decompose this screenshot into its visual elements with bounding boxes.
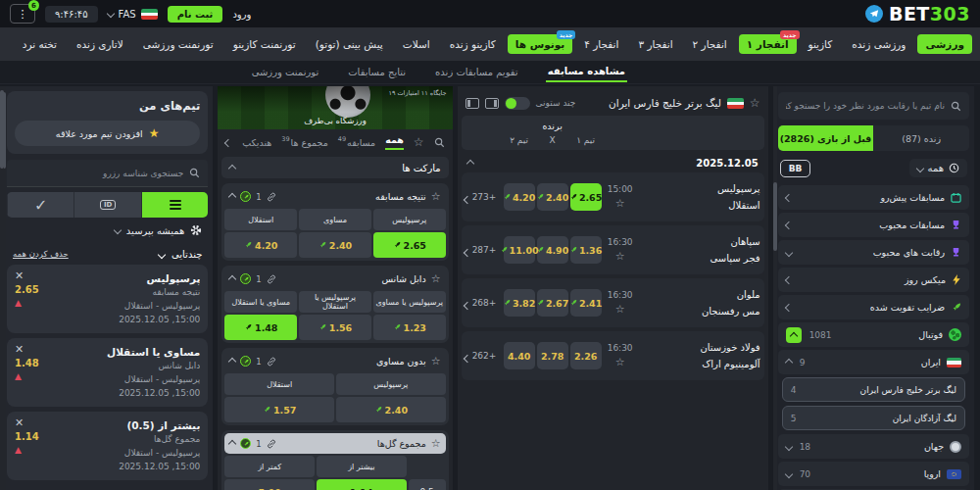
odd-team2[interactable]: 3.82 [504, 289, 535, 317]
favorite-league-star[interactable]: ☆ [750, 96, 760, 110]
nav-slots[interactable]: اسلات [395, 34, 438, 54]
always-ask-row[interactable]: همیشه بپرسید [7, 218, 208, 243]
home-team[interactable]: فولاد خوزستان [639, 339, 760, 356]
country-row-iran[interactable]: ایران 9 [778, 350, 969, 374]
nav-bonuses[interactable]: بونوس هاجدید [508, 34, 572, 54]
odd-team2[interactable]: 4.20 [504, 183, 535, 211]
nav-sports-tournament[interactable]: تورنمنت ورزشی [135, 34, 221, 54]
login-button[interactable]: ورود [232, 9, 251, 20]
favorite-market-star[interactable]: ☆ [431, 190, 441, 203]
tab-handicap-markets[interactable]: هندیکپ [242, 137, 271, 148]
nav-live-casino[interactable]: کازینو زنده [442, 34, 504, 54]
tab-bet-list[interactable] [141, 192, 208, 218]
add-favorite-team-button[interactable]: ★ افزودن تیم مورد علاقه [15, 121, 200, 146]
away-team[interactable]: آلومینیوم اراک [639, 356, 760, 372]
nav-live-sports[interactable]: ورزشی زنده [844, 34, 913, 54]
odd-home[interactable]: 2.65 [373, 232, 446, 258]
league-azadegan[interactable]: لیگ آزادگان ایران 5 [782, 406, 965, 430]
tab-sport-tournament[interactable]: تورنمنت ورزشی [250, 63, 321, 81]
markets-header[interactable]: مارکت ها [221, 157, 448, 178]
collapse-football-button[interactable] [786, 327, 802, 343]
link-icon[interactable] [267, 192, 276, 202]
odd-draw[interactable]: 2.78 [537, 342, 568, 369]
telegram-icon[interactable] [865, 5, 883, 23]
chevron-up-icon[interactable] [228, 192, 236, 200]
link-icon[interactable] [267, 274, 276, 284]
tab-bet-id[interactable]: ID [74, 192, 140, 218]
open-match-chevron[interactable] [459, 241, 470, 260]
odds-format-button[interactable]: BB [780, 160, 811, 177]
tab-live[interactable]: زنده (87) [873, 125, 969, 151]
more-markets-count[interactable]: 268+ [472, 298, 502, 308]
tab-match-markets[interactable]: مسابقه49 [338, 137, 375, 148]
nav-casino[interactable]: کازینو [801, 34, 841, 54]
link-icon[interactable] [267, 357, 276, 367]
sidebar-item-popular-competitions[interactable]: رقابت های محبوب [778, 240, 969, 265]
logo[interactable]: BET303 [865, 3, 970, 24]
list-view-icon[interactable] [466, 98, 479, 109]
nav-backgammon[interactable]: تخته نرد [15, 34, 65, 54]
odd-team2[interactable]: 11.00 [504, 236, 535, 264]
more-markets-count[interactable]: 287+ [472, 245, 502, 255]
tab-prematch[interactable]: قبل از بازی (2826) [778, 125, 874, 151]
odd-draw[interactable]: 2.40 [299, 232, 371, 258]
multi-column-toggle[interactable] [505, 97, 530, 110]
remove-bet-button[interactable]: ✕ [15, 270, 24, 281]
nav-crash2[interactable]: انفجار ۲ [685, 34, 735, 54]
odd-team1[interactable]: 1.36 [570, 236, 602, 264]
page-scrollbar[interactable] [0, 86, 4, 490]
sidebar-item-upcoming[interactable]: مسابقات پیش‌رو [778, 185, 969, 210]
odd-team2[interactable]: 4.40 [504, 342, 535, 369]
nav-toto[interactable]: پیش بینی (توتو) [308, 34, 391, 54]
country-row-world[interactable]: جهان 18 [778, 434, 969, 459]
odd-away[interactable]: 4.20 [224, 232, 297, 258]
link-icon[interactable] [267, 439, 276, 449]
home-team[interactable]: ملوان [639, 286, 760, 303]
nav-crash3[interactable]: انفجار ۳ [630, 34, 680, 54]
sidebar-item-daily-mix[interactable]: میکس روز [778, 268, 969, 292]
register-button[interactable]: ثبت نام [168, 6, 223, 23]
tab-live-calendar[interactable]: تقویم مسابقات زنده [433, 63, 520, 81]
tab-all-markets[interactable]: همه [385, 134, 404, 150]
odd-team1[interactable]: 2.65 [570, 183, 602, 211]
odd-draw[interactable]: 2.67 [537, 289, 568, 317]
more-markets-count[interactable]: 273+ [472, 192, 502, 202]
sidebar-item-boosted-odds[interactable]: ضرایب تقویت شده [778, 295, 969, 319]
favorite-match-star[interactable]: ☆ [604, 303, 637, 316]
menu-button[interactable]: ⋮ 6 [10, 4, 35, 24]
away-team[interactable]: مس رفسنجان [639, 303, 760, 319]
odd-draw[interactable]: 4.90 [537, 236, 568, 264]
open-match-chevron[interactable] [459, 188, 470, 207]
team-search[interactable] [778, 92, 969, 120]
chevron-up-icon[interactable] [466, 160, 473, 168]
tab-bet-check[interactable]: ✓ [7, 192, 74, 218]
nav-sports[interactable]: ورزشی [917, 34, 972, 54]
language-selector[interactable]: FAS [108, 9, 158, 20]
sidebar-scrollbar[interactable] [773, 86, 777, 490]
clear-all-link[interactable]: حذف کردن همه [13, 249, 69, 259]
odd-draw[interactable]: 2.40 [537, 183, 568, 211]
odd-x2[interactable]: 1.48 [224, 315, 297, 340]
favorite-market-star[interactable]: ☆ [431, 437, 441, 450]
column-view-icon[interactable] [485, 98, 499, 109]
odd-12[interactable]: 1.56 [299, 315, 371, 340]
odd-team1[interactable]: 2.41 [570, 289, 602, 317]
league-persian-gulf[interactable]: لیگ برتر خلیج فارس ایران 4 [782, 377, 965, 402]
team-search-input[interactable] [786, 101, 945, 111]
remove-bet-button[interactable]: ✕ [15, 344, 24, 355]
tab-totals-markets[interactable]: مجموع ها39 [281, 137, 328, 148]
reservation-search-input[interactable] [15, 169, 183, 178]
odd-away[interactable]: 1.57 [224, 397, 334, 422]
home-team[interactable]: پرسپولیس [639, 180, 760, 197]
nav-live-lottery[interactable]: لاتاری زنده [69, 34, 131, 54]
chevron-up-icon[interactable] [228, 357, 236, 365]
away-team[interactable]: فجر سپاسی [639, 250, 760, 267]
nav-casino-tournament[interactable]: تورنمنت کازینو [225, 34, 304, 54]
time-filter-dropdown[interactable]: همه [909, 159, 967, 177]
remove-bet-button[interactable]: ✕ [15, 417, 24, 428]
sport-row-football[interactable]: فوتبال 1081 [778, 322, 969, 347]
nav-crash1[interactable]: انفجار ۱جدید [739, 34, 797, 54]
sidebar-item-popular-matches[interactable]: مسابقات محبوب [778, 213, 969, 237]
favorite-match-star[interactable]: ☆ [604, 250, 637, 263]
chevron-up-icon[interactable] [228, 439, 236, 447]
